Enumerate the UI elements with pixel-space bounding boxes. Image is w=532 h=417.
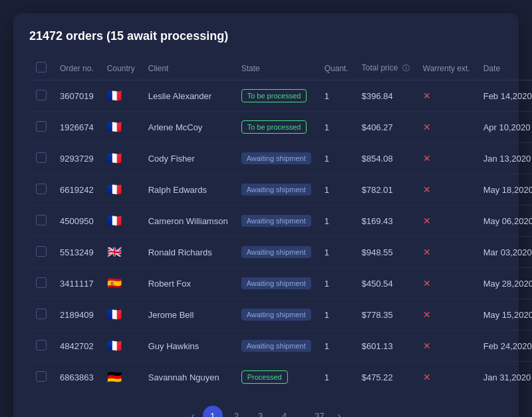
row-quantity: 1 [318,362,355,393]
row-order-no: 1926674 [53,112,100,143]
select-all-checkbox[interactable] [36,62,47,72]
row-country: 🇫🇷 [100,112,142,143]
state-badge: Awaiting shipment [241,152,311,164]
row-client: Arlene McCoy [142,112,235,143]
row-country: 🇫🇷 [100,299,142,331]
row-warranty: ✕ [416,237,477,268]
country-flag: 🇫🇷 [107,339,122,352]
row-warranty: ✕ [416,80,477,112]
row-total-price: $778.35 [355,299,416,331]
row-client: Leslie Alexander [142,80,235,112]
row-client: Guy Hawkins [142,331,235,362]
row-date: Mar 03,2020 9:26:57 [477,237,532,268]
row-warranty: ✕ [416,299,477,331]
table-row: 3411117 🇪🇸 Robert Fox Awaiting shipment … [29,268,532,299]
row-checkbox[interactable] [36,340,47,350]
row-date: May 15,2020 3:11:47 [477,299,532,331]
row-state: Processed [235,362,318,393]
row-quantity: 1 [318,299,355,331]
table-row: 1926674 🇫🇷 Arlene McCoy To be processed … [29,112,532,143]
row-country: 🇩🇪 [100,362,142,393]
row-checkbox[interactable] [36,152,47,163]
warranty-x-icon: ✕ [423,341,431,351]
row-checkbox[interactable] [36,246,47,257]
row-country: 🇬🇧 [100,237,142,268]
row-warranty: ✕ [416,174,477,206]
row-quantity: 1 [318,143,355,174]
row-client: Cody Fisher [142,143,235,174]
row-warranty: ✕ [416,143,477,174]
info-icon: ⓘ [402,64,410,72]
row-quantity: 1 [318,80,355,112]
row-order-no: 3411117 [53,268,100,299]
page-3-button[interactable]: 3 [251,406,271,417]
row-date: Feb 24,2020 1:36:03 [477,331,532,362]
col-quantity: Quant. [318,57,355,80]
row-client: Jerome Bell [142,299,235,331]
row-order-no: 9293729 [53,143,100,174]
row-checkbox-cell [29,268,53,299]
page-4-button[interactable]: 4 [275,406,295,417]
row-state: Awaiting shipment [235,206,318,237]
row-checkbox-cell [29,299,53,331]
country-flag: 🇩🇪 [107,370,122,384]
row-client: Robert Fox [142,268,235,299]
table-header-row: Order no. Country Client State Quant. To… [29,57,532,80]
row-checkbox[interactable] [36,309,47,319]
country-flag: 🇪🇸 [107,277,122,290]
row-checkbox[interactable] [36,371,47,382]
row-quantity: 1 [318,112,355,143]
row-date: Jan 13,2020 11:55:38 [477,143,532,174]
page-title: 21472 orders (15 await processing) [29,29,503,43]
state-badge: Processed [241,370,288,384]
country-flag: 🇫🇷 [107,152,122,165]
row-date: Jan 31,2020 1:21:16 [477,362,532,393]
pagination: ‹ 1 2 3 4 ... 37 › [29,406,503,417]
row-client: Cameron Williamson [142,206,235,237]
page-1-button[interactable]: 1 [203,406,223,417]
row-total-price: $169.43 [355,206,416,237]
row-checkbox[interactable] [36,215,47,225]
warranty-x-icon: ✕ [423,153,431,164]
row-warranty: ✕ [416,268,477,299]
page-2-button[interactable]: 2 [227,406,247,417]
row-quantity: 1 [318,206,355,237]
row-date: Feb 14,2020 8:36:15 [477,80,532,112]
row-checkbox-cell [29,143,53,174]
row-warranty: ✕ [416,362,477,393]
row-order-no: 4842702 [53,331,100,362]
col-order-no: Order no. [53,57,100,80]
row-checkbox[interactable] [36,121,47,132]
row-checkbox[interactable] [36,277,47,288]
row-total-price: $601.13 [355,331,416,362]
col-client: Client [142,57,235,80]
warranty-x-icon: ✕ [423,309,431,320]
page-ellipsis: ... [299,411,306,418]
row-order-no: 4500950 [53,206,100,237]
prev-page-button[interactable]: ‹ [188,408,199,417]
country-flag: 🇫🇷 [107,89,122,102]
row-date: May 06,2020 5:37:29 [477,206,532,237]
row-checkbox[interactable] [36,90,47,100]
row-checkbox-cell [29,112,53,143]
row-order-no: 6619242 [53,174,100,206]
row-state: To be processed [235,80,318,112]
row-order-no: 2189409 [53,299,100,331]
row-client: Ronald Richards [142,237,235,268]
country-flag: 🇫🇷 [107,308,122,321]
col-country: Country [100,57,142,80]
state-badge: Awaiting shipment [241,340,311,352]
table-row: 5513249 🇬🇧 Ronald Richards Awaiting ship… [29,237,532,268]
row-checkbox-cell [29,362,53,393]
row-quantity: 1 [318,331,355,362]
state-badge: Awaiting shipment [241,215,311,227]
row-total-price: $475.22 [355,362,416,393]
page-37-button[interactable]: 37 [309,406,329,417]
state-badge: To be processed [241,120,307,134]
state-badge: Awaiting shipment [241,309,311,321]
next-page-button[interactable]: › [333,408,344,417]
col-checkbox [29,57,53,80]
row-quantity: 1 [318,237,355,268]
row-checkbox[interactable] [36,184,47,194]
row-client: Savannah Nguyen [142,362,235,393]
